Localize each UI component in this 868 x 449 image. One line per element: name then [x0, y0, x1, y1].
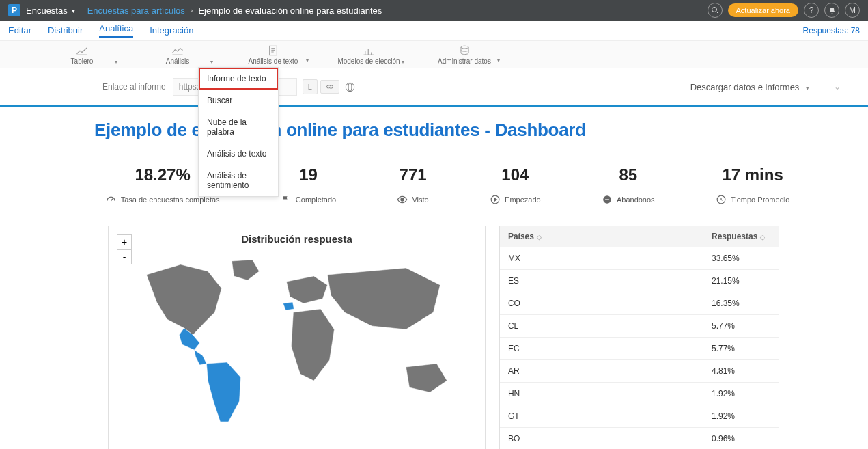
document-icon — [268, 45, 278, 56]
dashboard-title: Ejemplo de evaluación online para estudi… — [0, 107, 868, 148]
chevron-down-icon[interactable]: ⌄ — [834, 82, 841, 92]
table-row: GT1.92% — [500, 405, 779, 428]
responses-count: Respuestas: 78 — [803, 26, 860, 36]
search-icon[interactable] — [708, 3, 723, 18]
app-logo[interactable]: P — [8, 4, 20, 16]
tab-analitica[interactable]: Analítica — [99, 23, 133, 38]
cell-country: AR — [500, 360, 703, 382]
caret-down-icon: ▾ — [115, 59, 117, 65]
table-row: EC5.77% — [500, 338, 779, 360]
bell-icon[interactable] — [824, 3, 839, 18]
minus-circle-icon — [602, 194, 613, 205]
stat-label: Tiempo Promedio — [731, 195, 789, 204]
table-row: HN1.92% — [500, 383, 779, 405]
stat-value: 85 — [619, 165, 637, 185]
dropdown-item-informe-texto[interactable]: Informe de texto — [199, 68, 278, 90]
sub-nav: Editar Distribuir Analítica Integración … — [0, 21, 868, 41]
stat-viewed: 771 Visto — [397, 165, 428, 205]
stat-value: 18.27% — [135, 165, 190, 185]
table-row: MX33.65% — [500, 247, 779, 270]
countries-table: Países◇ Respuestas◇ MX33.65%ES21.15%CO16… — [499, 226, 779, 449]
stat-value: 771 — [400, 165, 427, 185]
chart-line-icon — [76, 46, 88, 56]
svg-line-1 — [716, 12, 718, 14]
breadcrumb-separator-icon: › — [191, 6, 193, 14]
table-row: AR4.81% — [500, 360, 779, 383]
cell-country: MX — [500, 247, 703, 269]
play-icon — [490, 194, 501, 205]
stats-row: 18.27% Tasa de encuestas completas 19 Co… — [0, 148, 868, 219]
tool-label: Análisis de texto — [249, 57, 298, 65]
zoom-out-button[interactable]: - — [117, 249, 132, 264]
svg-point-12 — [460, 46, 468, 49]
stat-started: 104 Empezado — [490, 165, 541, 205]
sort-icon[interactable]: ◇ — [537, 234, 542, 241]
tab-editar[interactable]: Editar — [8, 25, 31, 36]
eye-icon — [397, 194, 408, 205]
map-title: Distribución respuesta — [109, 226, 485, 247]
breadcrumb-link[interactable]: Encuestas para artículos — [87, 5, 185, 16]
tab-integracion[interactable]: Integración — [150, 25, 193, 36]
section-caret-icon[interactable]: ▾ — [72, 7, 75, 14]
svg-rect-4 — [270, 46, 277, 55]
tool-analisis-texto[interactable]: Análisis de texto — [225, 45, 321, 68]
stat-dropouts: 85 Abandonos — [602, 165, 655, 205]
breadcrumb-current: Ejemplo de evaluación online para estudi… — [198, 5, 382, 16]
svg-point-17 — [401, 198, 404, 201]
lower-panels: + - Distribución respuesta — [0, 219, 868, 449]
globe-icon[interactable] — [345, 82, 355, 92]
cell-value: 1.92% — [703, 383, 779, 405]
sort-icon[interactable]: ◇ — [760, 234, 765, 241]
table-header: Países◇ Respuestas◇ — [500, 226, 779, 247]
gauge-icon — [106, 194, 117, 205]
mini-button-l[interactable]: L — [303, 79, 318, 94]
cell-country: BO — [500, 428, 703, 449]
tool-label: Análisis — [166, 57, 189, 65]
caret-down-icon: ▾ — [402, 59, 404, 65]
cell-value: 4.81% — [703, 360, 779, 382]
stat-value: 19 — [299, 165, 318, 185]
dropdown-item-analisis-texto[interactable]: Análisis de texto — [199, 143, 278, 165]
world-map[interactable] — [109, 247, 485, 425]
cell-value: 5.77% — [703, 338, 779, 359]
section-name[interactable]: Encuestas — [26, 5, 68, 16]
zoom-in-button[interactable]: + — [117, 234, 132, 249]
user-avatar-icon[interactable]: M — [845, 3, 860, 18]
cell-country: EC — [500, 338, 703, 359]
col-countries[interactable]: Países — [508, 232, 534, 241]
tool-label: Modelos de elección — [337, 57, 400, 65]
download-menu[interactable]: Descargar datos e informes ▾ — [690, 82, 809, 92]
chart-analysis-icon — [171, 46, 184, 56]
cell-value: 21.15% — [703, 270, 779, 292]
caret-down-icon: ▾ — [210, 59, 213, 65]
dropdown-item-buscar[interactable]: Buscar — [199, 90, 278, 111]
table-row: BO0.96% — [500, 428, 779, 449]
dropdown-item-nube[interactable]: Nube de la palabra — [199, 111, 278, 143]
tool-label: Administrar datos — [438, 57, 491, 65]
download-label: Descargar datos e informes — [690, 82, 800, 92]
cell-value: 33.65% — [703, 247, 779, 269]
stat-value: 104 — [501, 165, 529, 185]
col-responses[interactable]: Respuestas — [712, 232, 757, 241]
caret-down-icon: ▾ — [497, 57, 500, 64]
copy-link-icon[interactable] — [320, 80, 339, 94]
map-panel: + - Distribución respuesta — [108, 226, 486, 449]
table-row: CO16.35% — [500, 292, 779, 315]
caret-down-icon: ▾ — [806, 85, 809, 92]
stat-label: Visto — [412, 195, 428, 204]
svg-line-16 — [111, 198, 113, 200]
tool-administrar-datos[interactable]: Administrar datos — [417, 45, 512, 68]
tab-distribuir[interactable]: Distribuir — [48, 25, 83, 36]
cell-value: 1.92% — [703, 405, 779, 427]
chart-bar-icon — [363, 46, 375, 56]
dropdown-item-sentimiento[interactable]: Análisis de sentimiento — [199, 165, 278, 196]
text-analysis-dropdown: Informe de texto Buscar Nube de la palab… — [198, 67, 279, 197]
stat-label: Completado — [296, 195, 336, 204]
cell-country: CO — [500, 292, 703, 314]
cell-value: 0.96% — [703, 428, 779, 449]
stat-value: 17 mins — [722, 165, 783, 185]
update-now-button[interactable]: Actualizar ahora — [728, 3, 799, 17]
stat-label: Empezado — [505, 195, 541, 204]
flag-icon — [281, 194, 292, 205]
help-icon[interactable]: ? — [804, 3, 819, 18]
